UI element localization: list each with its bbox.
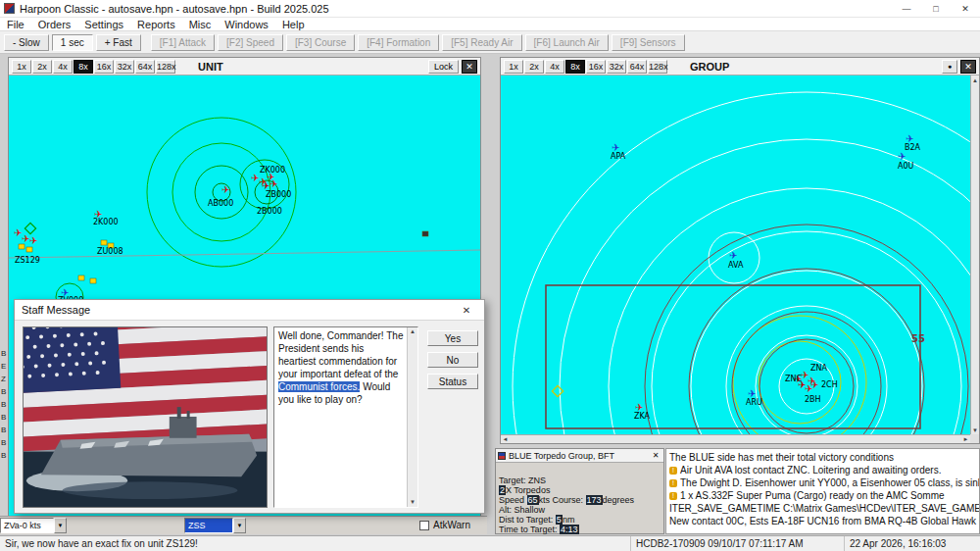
dialog-button-no[interactable]: No [427,352,478,368]
zoom-button-64x[interactable]: 64x [627,60,647,74]
unit-label: ZNA [810,364,827,373]
menu-item-settings[interactable]: Settings [77,18,130,30]
unit-marker-icon[interactable]: ✈ [221,184,229,195]
unit-marker-icon[interactable]: ✈ [729,250,737,261]
unit-marker-icon[interactable]: ✈ [810,379,818,390]
unit-close-icon[interactable]: ✕ [462,60,477,74]
scroll-down-icon[interactable]: ▼ [971,426,980,434]
maximize-button-icon[interactable]: □ [921,0,951,17]
formation-diamond-icon[interactable] [24,223,35,233]
range-circle [691,271,922,434]
unit-marker-icon[interactable] [90,278,96,283]
function-button[interactable]: [F3] Course [286,34,355,51]
menu-item-misc[interactable]: Misc [182,18,219,30]
log-text: The BLUE side has met their total victor… [669,452,894,463]
scroll-up-icon[interactable]: ▲ [971,75,980,84]
unit-marker-icon[interactable]: ✈ [29,235,37,246]
zoom-button-2x[interactable]: 2x [524,60,544,74]
status-text: degrees [603,495,635,505]
unit-marker-icon[interactable] [26,247,32,252]
unit-marker-icon[interactable] [19,244,24,249]
torpedo-group-panel: BLUE Torpedo Group, BFT ✕ Target: ZNS2X … [495,448,664,534]
dialog-text-scrollbar[interactable]: ▲ ▼ [407,327,417,507]
map-line [9,250,480,258]
function-buttons: [F1] Attack[F2] Speed[F3] Course[F4] For… [151,34,685,51]
dialog-button-status[interactable]: Status [427,374,478,389]
zoom-button-32x[interactable]: 32x [115,60,134,74]
group-select-combo[interactable]: ZSS ▼ [184,518,246,533]
zoom-button-128x[interactable]: 128x [156,60,175,74]
group-combo-value: ZSS [184,518,233,533]
status-message: Sir, we now have an exact fix on unit ZS… [0,536,631,551]
group-hscrollbar[interactable]: ◄ ► [501,434,970,443]
lock-button[interactable]: Lock [428,60,459,74]
unit-marker-icon[interactable] [101,240,107,245]
atkwarn-checkbox[interactable]: AtkWarn [419,520,470,530]
chevron-down-icon[interactable]: ▼ [233,518,246,533]
zoom-button-8x[interactable]: 8x [74,60,93,74]
group-close-icon[interactable]: ✕ [960,60,976,74]
function-button[interactable]: [F1] Attack [151,34,215,51]
function-button[interactable]: [F4] Formation [358,34,439,51]
message-log-body[interactable]: The BLUE side has met their total victor… [665,448,980,534]
unit-select-combo[interactable]: ZVa-0 kts ▼ [0,518,67,533]
close-button-icon[interactable]: ✕ [951,0,980,17]
menu-item-reports[interactable]: Reports [130,18,182,30]
torpedo-close-icon[interactable]: ✕ [650,450,662,461]
dialog-titlebar[interactable]: Staff Message ✕ [15,300,484,321]
menu-item-help[interactable]: Help [275,18,312,30]
unit-marker-icon[interactable] [78,276,84,280]
zoom-button-4x[interactable]: 4x [545,60,564,74]
zoom-button-1x[interactable]: 1x [504,60,523,74]
zoom-button-4x[interactable]: 4x [53,60,73,74]
unit-marker-icon[interactable]: ✈ [270,178,277,189]
zone-boundary [546,285,920,428]
record-toggle-icon[interactable]: ● [942,60,957,74]
log-text: Air Unit AVA lost contact ZNC. Loitering… [680,465,941,476]
slow-button[interactable]: - Slow [4,34,49,51]
speed-interval-button[interactable]: 1 sec [52,34,93,51]
scroll-left-icon[interactable]: ◄ [501,435,510,444]
unit-marker-icon[interactable]: ✈ [898,151,906,162]
status-text: Target: ZNS [499,476,546,485]
function-button[interactable]: [F6] Launch Air [525,34,609,51]
log-message: !Air Unit AVA lost contact ZNC. Loiterin… [669,464,976,476]
status-line: 2X Torpedos [499,485,661,495]
torpedo-panel-title: BLUE Torpedo Group, BFT [509,451,614,461]
unit-map-titlebar: 1x2x4x8x16x32x64x128x UNIT Lock ✕ [9,58,480,75]
dialog-button-yes[interactable]: Yes [427,330,478,346]
status-text: kts Course: [539,495,586,505]
zoom-button-32x[interactable]: 32x [607,60,626,74]
zoom-button-16x[interactable]: 16x [586,60,606,74]
fast-button[interactable]: + Fast [96,34,141,51]
torpedo-titlebar[interactable]: BLUE Torpedo Group, BFT ✕ [496,449,663,463]
chevron-down-icon[interactable]: ▼ [54,518,67,533]
zoom-button-8x[interactable]: 8x [565,60,585,74]
menu-item-windows[interactable]: Windows [218,18,275,30]
scroll-up-icon[interactable]: ▲ [409,327,417,336]
group-vscrollbar[interactable]: ▲ ▼ [970,75,979,434]
unit-marker-icon[interactable] [422,231,428,236]
group-map-canvas[interactable]: ✈✈✈✈✈✈✈✈✈✈✈✈APAB2AA0UAVAARUZKAZNAZNC2CH2… [501,75,970,434]
function-button[interactable]: [F2] Speed [218,34,283,51]
zoom-button-2x[interactable]: 2x [32,60,52,74]
checkbox-box[interactable] [419,521,429,530]
status-line: Dist to Target: 5nm [499,515,661,525]
scroll-right-icon[interactable]: ► [961,435,970,444]
zoom-button-128x[interactable]: 128x [648,60,667,74]
dialog-close-icon[interactable]: ✕ [456,305,477,316]
zoom-button-1x[interactable]: 1x [12,60,31,74]
minimize-button-icon[interactable]: — [892,0,921,17]
menu-item-file[interactable]: File [0,18,31,30]
group-map-titlebar: 1x2x4x8x16x32x64x128x GROUP ● ✕ [501,58,979,75]
scroll-down-icon[interactable]: ▼ [409,498,417,507]
unit-label: ZB000 [266,190,291,199]
zoom-button-64x[interactable]: 64x [135,60,155,74]
menu-item-orders[interactable]: Orders [31,18,78,30]
function-button[interactable]: [F9] Sensors [612,34,685,51]
function-button[interactable]: [F5] Ready Air [442,34,521,51]
status-bar: Sir, we now have an exact fix on unit ZS… [0,535,980,551]
formation-diamond-icon[interactable] [552,385,563,396]
zoom-button-16x[interactable]: 16x [94,60,114,74]
unit-label: 2BH [805,395,821,404]
